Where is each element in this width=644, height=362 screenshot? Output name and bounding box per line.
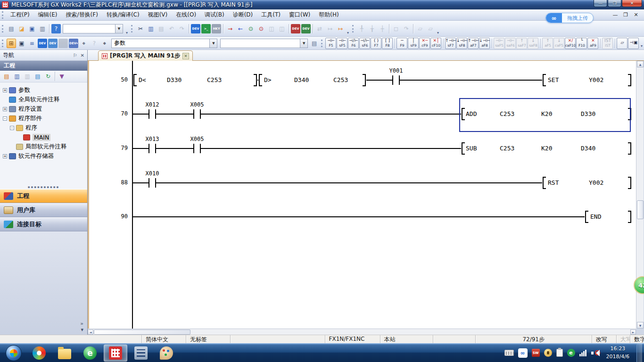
operand-D330[interactable]: D330 — [166, 76, 182, 83]
ladder-symbol-F9[interactable]: ─F9 — [396, 38, 407, 49]
vscroll-thumb[interactable] — [637, 200, 644, 219]
tree-item-program-setting[interactable]: +程序设置 — [0, 104, 87, 114]
keyboard-tray-icon[interactable] — [504, 350, 514, 356]
ladder-symbol-F10[interactable]: └F10 — [576, 38, 587, 49]
taskbar-clock[interactable]: 16:23 2018/4/6 — [603, 345, 632, 361]
mdi-minimize-button[interactable]: — — [612, 12, 619, 18]
tree-item-pou[interactable]: -程序部件 — [0, 114, 87, 123]
new-file-icon[interactable]: ▤ — [7, 24, 16, 33]
menu-转换/编译(C)[interactable]: 转换/编译(C) — [102, 10, 144, 19]
tree-item-main[interactable]: MAIN — [0, 132, 87, 142]
list-view-icon[interactable]: ≡ — [27, 39, 37, 48]
nav-copy-icon[interactable]: ▥ — [12, 72, 22, 81]
device-monitor-1-icon[interactable]: DEV — [291, 24, 300, 33]
print-icon[interactable]: ▥ — [38, 24, 47, 33]
project-combo[interactable]: ▼ — [63, 24, 123, 33]
browser-360-icon[interactable]: e — [78, 345, 102, 362]
ladder-symbol-sF6[interactable]: ⊣/⊢sF6 — [359, 38, 370, 49]
panel-splitter[interactable]: ▪▪▪▪▪▪▪▪▪▪ — [0, 185, 87, 189]
operand-K20[interactable]: K20 — [540, 145, 553, 152]
menu-工程(P)[interactable]: 工程(P) — [6, 10, 34, 19]
function-block-icon[interactable]: ▣ — [17, 39, 26, 48]
tree-item-device-memory[interactable]: +软元件存储器 — [0, 151, 87, 161]
ladder-symbol-sF7[interactable]: ↑⊣⊢sF7 — [445, 38, 456, 49]
ladder-symbol-sF8[interactable]: ↓⊣⊢sF8 — [456, 38, 467, 49]
device-comment-icon[interactable]: DEV — [38, 39, 47, 48]
ladder-symbol-aF9[interactable]: ✕aF9 — [587, 38, 598, 49]
scroll-up-icon[interactable]: ▲ — [637, 61, 644, 67]
scroll-right-icon[interactable]: ► — [630, 329, 636, 335]
cut-icon[interactable]: ✂ — [136, 24, 145, 33]
start-button[interactable] — [2, 345, 25, 362]
window-select-combo[interactable]: 参数▼ — [111, 39, 218, 48]
hscroll-thumb[interactable] — [94, 329, 190, 335]
menu-编辑(E)[interactable]: 编辑(E) — [34, 10, 62, 19]
mdi-close-button[interactable]: ✕ — [633, 12, 639, 18]
chevron-more-icon[interactable]: » — [80, 321, 83, 327]
edit-ladder-icon[interactable]: ▱ — [617, 38, 627, 49]
operand-D340[interactable]: D340 — [293, 76, 310, 83]
minimize-button[interactable]: — — [594, 0, 607, 7]
netdisk-upload-button[interactable]: ∞ 拖拽上传 — [545, 13, 594, 23]
ladder-symbol-F8[interactable]: [ ]F8 — [382, 38, 393, 49]
device-combo[interactable]: ▼ — [220, 39, 308, 48]
device-display-dd-icon[interactable]: DEV▾ — [69, 39, 78, 48]
netdisk-tray-icon[interactable]: ∞ — [518, 348, 528, 358]
operand-D<[interactable]: D< — [138, 76, 147, 83]
tab-main-program[interactable]: [PRG]R 写入 MAIN 91步 ✕ — [98, 50, 193, 61]
operand-D340[interactable]: D340 — [580, 145, 596, 152]
tree-item-global-comment[interactable]: 全局软元件注释 — [0, 95, 87, 104]
operand-D>[interactable]: D> — [263, 76, 272, 83]
device-display-icon[interactable]: DEV — [191, 24, 200, 33]
sogou-icon[interactable] — [27, 345, 51, 362]
contact-X005[interactable] — [193, 109, 201, 119]
nav-new-icon[interactable]: ▤ — [2, 72, 11, 81]
find-device-icon[interactable]: ⌖ — [79, 39, 89, 48]
copy-icon[interactable]: ▥ — [146, 24, 156, 33]
operand-SUB[interactable]: SUB — [465, 145, 478, 152]
horizontal-scrollbar[interactable]: ◄ ► — [88, 329, 636, 335]
clipboard-tray-icon[interactable] — [556, 349, 563, 357]
ladder-symbol-cF9[interactable]: ✕─cF9 — [419, 38, 430, 49]
menu-诊断(D)[interactable]: 诊断(D) — [229, 10, 257, 19]
device-monitor-2-icon[interactable]: DEV — [301, 24, 311, 33]
contact-X005[interactable] — [193, 144, 201, 153]
operand-SET[interactable]: SET — [547, 76, 560, 83]
tree-item-parameter[interactable]: +参数 — [0, 85, 87, 95]
ladder-symbol-F6[interactable]: ⊣/⊢F6 — [348, 38, 359, 49]
contact-Y001[interactable] — [392, 75, 400, 85]
speed-ball-overlay[interactable]: 42 — [634, 276, 644, 297]
system-config-icon[interactable] — [129, 345, 153, 362]
nav-refresh-icon[interactable]: ↻ — [43, 72, 53, 81]
network-signal-icon[interactable] — [579, 350, 586, 356]
project-button[interactable]: 工程 — [0, 189, 87, 203]
operand-Y002[interactable]: Y002 — [588, 76, 604, 83]
chevron-down-icon[interactable]: ▾ — [81, 327, 83, 333]
hky-monitor-icon[interactable]: HKY — [212, 24, 221, 33]
ladder-editor[interactable]: 50D<D330C253D>D340C253SETY002Y00170ADDC2… — [88, 61, 636, 329]
ladder-symbol-cF10[interactable]: ✕│cF10 — [430, 38, 441, 49]
write-to-plc-icon[interactable]: → — [225, 24, 235, 33]
contact-X013[interactable] — [149, 144, 156, 153]
menu-视图(V)[interactable]: 视图(V) — [144, 10, 172, 19]
close-button[interactable]: ✕ — [622, 0, 642, 7]
menu-在线(O)[interactable]: 在线(O) — [172, 10, 200, 19]
ladder-symbol-caF10[interactable]: ✕/caF10 — [565, 38, 576, 49]
ladder-symbol-F5[interactable]: ⊣⊢F5 — [325, 38, 336, 49]
device-memory-icon2[interactable]: DEV — [48, 39, 58, 48]
nav-copy-info-icon[interactable]: ▤ — [33, 72, 42, 81]
device-jump-icon[interactable]: ↦ — [336, 24, 345, 33]
paint-icon[interactable] — [155, 345, 178, 362]
nav-close-icon[interactable]: ✕ — [81, 53, 84, 58]
contact-X010[interactable] — [149, 178, 156, 188]
operand-C253[interactable]: C253 — [206, 76, 223, 83]
window-list-icon[interactable]: ▤ — [310, 39, 319, 48]
terminal-icon[interactable]: >_ — [201, 24, 211, 33]
open-folder-icon[interactable]: ◪ — [17, 24, 26, 33]
show-desktop-button[interactable] — [636, 344, 642, 362]
monitor-watch-icon[interactable]: ⊙ — [246, 24, 256, 33]
read-from-plc-icon[interactable]: ← — [236, 24, 245, 33]
menu-窗口(W)[interactable]: 窗口(W) — [285, 10, 314, 19]
ladder-symbol-sF9[interactable]: │sF9 — [408, 38, 419, 49]
navigation-toggle-icon[interactable]: ⊞ — [7, 39, 16, 48]
